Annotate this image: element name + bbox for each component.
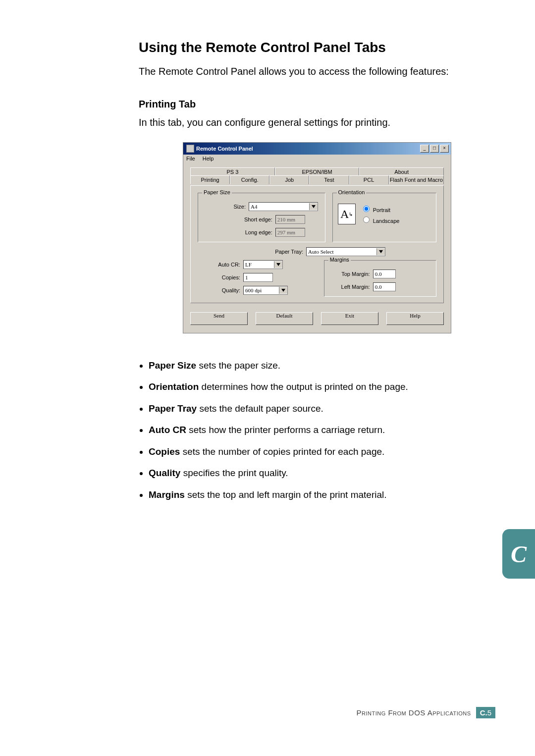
group-orientation: Orientation A↳ Portrait Landscape: [332, 193, 436, 242]
quality-value: 600 dpi: [245, 287, 279, 293]
menubar: File Help: [183, 155, 451, 162]
long-edge-value: 297 mm: [275, 228, 305, 237]
group-paper-size: Paper Size Size: A4 Short edge: 210 mm: [198, 193, 325, 242]
page-footer: Printing From DOS Applications C.5: [139, 707, 495, 718]
window-close-button[interactable]: ×: [440, 145, 449, 153]
group-paper-size-legend: Paper Size: [202, 189, 232, 195]
left-margin-input[interactable]: 0.0: [373, 282, 396, 291]
tabs: PS 3 EPSON/IBM About Printing Config. Jo…: [190, 167, 444, 184]
group-orientation-legend: Orientation: [337, 189, 367, 195]
orientation-preview-icon: A↳: [338, 204, 356, 224]
app-icon: [186, 145, 194, 153]
feature-list: Paper Size sets the paper size. Orientat…: [139, 358, 495, 502]
chevron-down-icon: [279, 287, 287, 294]
list-item: Copies sets the number of copies printed…: [149, 444, 495, 459]
paper-tray-label: Paper Tray:: [249, 249, 306, 255]
tab-page-printing: Paper Size Size: A4 Short edge: 210 mm: [190, 185, 444, 303]
radio-landscape-input[interactable]: [363, 216, 370, 223]
copies-label: Copies:: [198, 274, 243, 280]
auto-cr-value: LF: [245, 262, 274, 268]
page-heading: Using the Remote Control Panel Tabs: [139, 40, 495, 55]
footer-section: Printing From DOS Applications: [356, 708, 471, 717]
group-margins-legend: Margins: [328, 257, 351, 263]
window-title: Remote Control Panel: [196, 146, 253, 152]
exit-button[interactable]: Exit: [321, 312, 378, 325]
section-title: Printing Tab: [139, 99, 495, 110]
window-minimize-button[interactable]: _: [420, 145, 429, 153]
list-item: Quality specifies the print quality.: [149, 466, 495, 480]
copies-input[interactable]: 1: [243, 273, 273, 282]
list-item: Paper Tray sets the default paper source…: [149, 401, 495, 416]
short-edge-label: Short edge:: [218, 216, 275, 222]
list-item: Margins sets the top and left margin of …: [149, 487, 495, 502]
size-value: A4: [251, 204, 309, 210]
section-desc: In this tab, you can configure general s…: [139, 117, 495, 128]
size-label: Size:: [203, 204, 249, 210]
help-button[interactable]: Help: [386, 312, 444, 325]
list-item: Paper Size sets the paper size.: [149, 358, 495, 373]
radio-landscape-label: Landscape: [373, 218, 400, 224]
tab-config[interactable]: Config.: [230, 175, 269, 184]
intro-text: The Remote Control Panel allows you to a…: [139, 64, 495, 79]
group-margins: Margins Top Margin: 0.0 Left Margin: 0.0: [324, 260, 436, 297]
chapter-tab: C: [502, 529, 535, 579]
radio-portrait-label: Portrait: [373, 207, 390, 213]
window-titlebar: Remote Control Panel _ □ ×: [183, 143, 451, 155]
top-margin-input[interactable]: 0.0: [373, 270, 396, 278]
chevron-down-icon: [274, 261, 282, 268]
radio-landscape[interactable]: Landscape: [361, 215, 400, 224]
send-button[interactable]: Send: [190, 312, 248, 325]
menu-help[interactable]: Help: [203, 156, 214, 162]
paper-tray-combo[interactable]: Auto Select: [306, 247, 385, 256]
tab-printing[interactable]: Printing: [190, 175, 230, 184]
list-item: Auto CR sets how the printer performs a …: [149, 423, 495, 437]
tab-test[interactable]: Test: [309, 175, 349, 184]
default-button[interactable]: Default: [256, 312, 313, 325]
size-combo[interactable]: A4: [249, 202, 318, 211]
quality-combo[interactable]: 600 dpi: [243, 286, 288, 295]
radio-portrait-input[interactable]: [363, 206, 370, 212]
paper-tray-value: Auto Select: [308, 249, 376, 255]
auto-cr-combo[interactable]: LF: [243, 260, 283, 269]
top-margin-label: Top Margin:: [329, 271, 373, 277]
auto-cr-label: Auto CR:: [198, 262, 243, 268]
page-number-badge: C.5: [476, 707, 495, 718]
tab-job[interactable]: Job: [269, 175, 309, 184]
chevron-down-icon: [309, 203, 318, 210]
radio-portrait[interactable]: Portrait: [361, 204, 400, 213]
remote-control-panel-dialog: Remote Control Panel _ □ × File Help PS …: [183, 142, 451, 333]
short-edge-value: 210 mm: [275, 215, 305, 224]
quality-label: Quality:: [198, 287, 243, 293]
chevron-down-icon: [376, 248, 385, 255]
list-item: Orientation determines how the output is…: [149, 379, 495, 394]
menu-file[interactable]: File: [186, 156, 195, 162]
tab-pcl[interactable]: PCL: [349, 175, 389, 184]
window-maximize-button[interactable]: □: [430, 145, 439, 153]
long-edge-label: Long edge:: [218, 229, 275, 235]
tab-flash-font-macro[interactable]: Flash Font and Macro: [389, 175, 444, 184]
left-margin-label: Left Margin:: [329, 284, 373, 290]
